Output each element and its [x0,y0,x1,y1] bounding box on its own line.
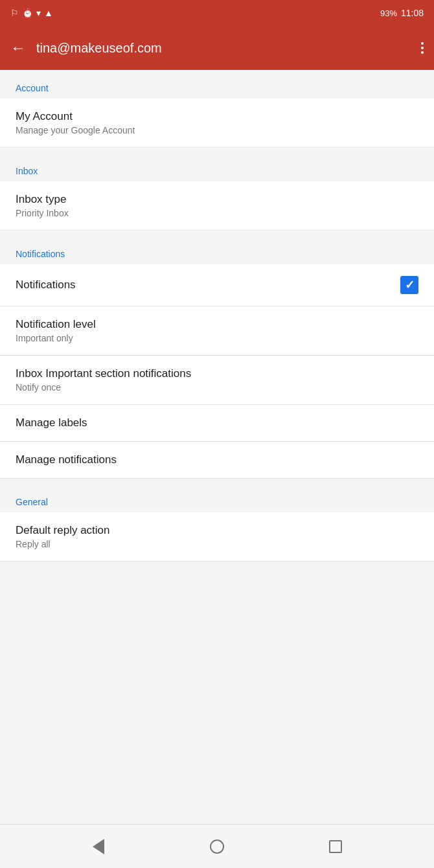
settings-item-text-notification-level: Notification levelImportant only [16,318,96,343]
settings-item-text-manage-notifications: Manage notifications [16,453,117,466]
item-title-notification-level: Notification level [16,318,96,331]
item-title-manage-notifications: Manage notifications [16,453,117,466]
item-title-manage-labels: Manage labels [16,417,87,429]
wifi-icon: ▾ [36,8,41,18]
settings-item-notification-level[interactable]: Notification levelImportant only [0,306,434,356]
item-subtitle-inbox-important-notifications: Notify once [16,382,191,393]
section-spacer-account [0,148,434,153]
section-header-general: General [0,484,434,512]
section-header-notifications: Notifications [0,236,434,264]
clock: 11:08 [401,8,424,18]
nav-back-button[interactable] [87,835,110,858]
battery-text: 93% [380,8,397,18]
settings-item-my-account[interactable]: My AccountManage your Google Account [0,98,434,148]
checkbox-notifications[interactable]: ✓ [400,276,418,294]
nav-recents-button[interactable] [324,835,347,858]
item-title-my-account: My Account [16,110,135,123]
item-subtitle-my-account: Manage your Google Account [16,125,135,135]
status-icons: ⚐ ⏰ ▾ ▲ [10,8,376,18]
section-header-account: Account [0,70,434,98]
settings-item-text-manage-labels: Manage labels [16,417,87,429]
signal-icon: ▲ [44,8,53,18]
navigation-bar [0,824,434,868]
status-bar: ⚐ ⏰ ▾ ▲ 93% 11:08 [0,0,434,26]
item-title-inbox-important-notifications: Inbox Important section notifications [16,367,191,380]
settings-item-text-default-reply-action: Default reply actionReply all [16,524,110,549]
settings-item-text-my-account: My AccountManage your Google Account [16,110,135,135]
item-subtitle-notification-level: Important only [16,333,96,343]
app-bar: ← tina@makeuseof.com [0,26,434,70]
section-spacer-notifications [0,479,434,484]
nav-home-button[interactable] [205,835,229,858]
alarm-icon: ⏰ [22,8,33,18]
item-title-inbox-type: Inbox type [16,193,69,206]
item-subtitle-default-reply-action: Reply all [16,539,110,549]
item-title-notifications: Notifications [16,279,76,291]
settings-item-inbox-important-notifications[interactable]: Inbox Important section notificationsNot… [0,356,434,405]
back-button[interactable]: ← [10,40,26,56]
settings-item-inbox-type[interactable]: Inbox typePriority Inbox [0,181,434,231]
notification-icon: ⚐ [10,8,19,18]
settings-item-text-inbox-type: Inbox typePriority Inbox [16,193,69,218]
settings-item-text-inbox-important-notifications: Inbox Important section notificationsNot… [16,367,191,393]
settings-item-manage-labels[interactable]: Manage labels [0,405,434,442]
settings-item-notifications[interactable]: Notifications✓ [0,264,434,306]
settings-item-default-reply-action[interactable]: Default reply actionReply all [0,512,434,562]
item-title-default-reply-action: Default reply action [16,524,110,537]
section-spacer-inbox [0,231,434,236]
app-bar-title: tina@makeuseof.com [36,41,411,56]
settings-item-manage-notifications[interactable]: Manage notifications [0,442,434,479]
settings-item-text-notifications: Notifications [16,279,76,291]
item-subtitle-inbox-type: Priority Inbox [16,208,69,218]
section-header-inbox: Inbox [0,153,434,181]
settings-content: AccountMy AccountManage your Google Acco… [0,70,434,824]
more-options-button[interactable] [421,42,424,54]
